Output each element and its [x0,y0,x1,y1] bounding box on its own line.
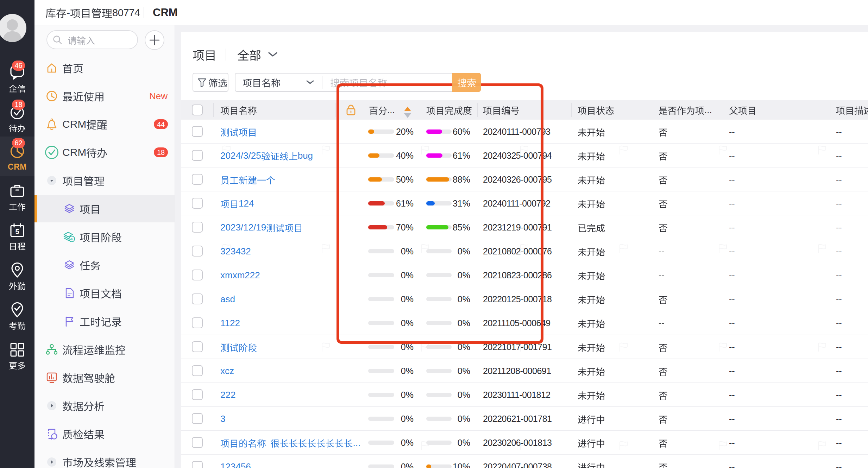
svg-text:5: 5 [15,228,19,235]
